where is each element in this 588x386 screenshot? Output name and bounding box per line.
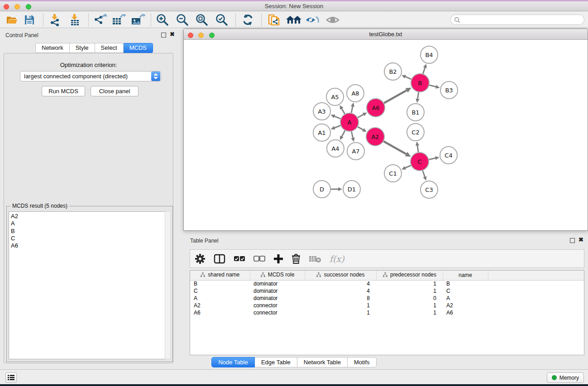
table-cell[interactable]: 4	[305, 280, 376, 287]
task-history-button[interactable]	[5, 372, 17, 383]
home-button[interactable]	[285, 13, 302, 27]
table-settings-button[interactable]	[195, 253, 206, 264]
column-header-shared-name[interactable]: shared name	[190, 271, 250, 280]
create-column-button[interactable]	[273, 254, 283, 264]
table-cell[interactable]: 1	[376, 302, 443, 309]
function-builder-button[interactable]: f(x)	[330, 254, 344, 264]
table-cell[interactable]: dominator	[250, 287, 305, 295]
control-panel-tab-select[interactable]: Select	[95, 43, 124, 53]
table-cell[interactable]: dominator	[250, 280, 305, 287]
graph-edge-A-A4[interactable]	[342, 131, 345, 137]
memory-button[interactable]: Memory	[547, 372, 584, 383]
search-input[interactable]	[460, 16, 584, 24]
graph-edge-A-A5[interactable]	[342, 109, 345, 114]
export-network-button[interactable]	[93, 13, 107, 27]
mcds-result-item[interactable]: A6	[11, 242, 165, 249]
delete-column-button[interactable]	[292, 253, 301, 264]
mcds-result-item[interactable]: B	[11, 228, 165, 235]
table-cell[interactable]: 1	[305, 302, 376, 309]
network-window-titlebar[interactable]: testGlobe.txt	[184, 29, 588, 40]
select-all-columns-button[interactable]	[234, 256, 245, 262]
table-cell[interactable]: A	[190, 295, 250, 302]
graph-edge-B-B1[interactable]	[418, 92, 419, 99]
zoom-out-button[interactable]	[176, 13, 189, 27]
table-row[interactable]: A6connector11A6	[190, 309, 584, 316]
table-row[interactable]: Adominator80A	[190, 295, 584, 302]
zoom-in-button[interactable]	[156, 13, 169, 27]
import-table-button[interactable]	[68, 13, 81, 27]
table-cell[interactable]: 1	[376, 309, 443, 316]
network-zoom-button[interactable]	[209, 33, 215, 38]
table-row[interactable]: Bdominator41B	[190, 280, 584, 287]
table-cell[interactable]: 8	[305, 295, 376, 302]
graph-edge-C-C1[interactable]	[405, 165, 411, 167]
graph-edge-A-A2[interactable]	[358, 127, 363, 130]
table-cell[interactable]: 1	[376, 287, 443, 295]
table-row[interactable]: A2connector11A2	[190, 302, 584, 309]
table-cell[interactable]: 4	[305, 287, 376, 295]
graph-edge-A-A7[interactable]	[351, 132, 353, 138]
graph-edge-C-C2[interactable]	[417, 146, 418, 152]
table-cell[interactable]: A2	[190, 302, 250, 309]
zoom-selected-button[interactable]	[215, 13, 229, 27]
network-document-button[interactable]	[267, 13, 282, 27]
import-network-button[interactable]	[48, 13, 62, 27]
split-table-view-button[interactable]	[214, 254, 225, 264]
mcds-result-list[interactable]: A2ABCA6	[9, 211, 166, 359]
control-panel-close-button[interactable]: ✖	[170, 31, 175, 38]
table-cell[interactable]: B	[443, 280, 488, 287]
open-session-button[interactable]	[5, 13, 18, 27]
delete-table-button[interactable]	[309, 255, 321, 263]
table-panel-close-button[interactable]: ✖	[578, 236, 583, 243]
tab-network-table[interactable]: Network Table	[297, 357, 348, 367]
mcds-result-item[interactable]: C	[11, 235, 165, 242]
search-field[interactable]	[450, 14, 584, 25]
table-cell[interactable]: A2	[443, 302, 488, 309]
table-cell[interactable]: C	[190, 287, 250, 295]
run-mcds-button[interactable]: Run MCDS	[42, 86, 85, 96]
tab-node-table[interactable]: Node Table	[211, 357, 255, 367]
control-panel-tab-network[interactable]: Network	[35, 43, 70, 53]
table-cell[interactable]: A	[443, 295, 488, 302]
criterion-select[interactable]: largest connected component (directed)	[20, 71, 161, 81]
export-table-button[interactable]	[111, 13, 127, 27]
export-image-button[interactable]	[130, 13, 146, 27]
refresh-button[interactable]	[241, 13, 255, 27]
table-cell[interactable]: 0	[376, 295, 443, 302]
table-cell[interactable]: connector	[250, 302, 305, 309]
table-cell[interactable]: dominator	[250, 295, 305, 302]
column-header-predecessor-nodes[interactable]: predecessor nodes	[376, 271, 443, 280]
column-header-successor-nodes[interactable]: successor nodes	[305, 271, 376, 280]
graph-edge-C-C3[interactable]	[423, 171, 425, 177]
table-panel-float-button[interactable]	[570, 238, 575, 243]
network-minimize-button[interactable]	[198, 33, 204, 38]
table-cell[interactable]: C	[443, 287, 488, 295]
graph-edge-A2-C[interactable]	[383, 141, 406, 154]
graph-edge-A6-B[interactable]	[384, 91, 406, 103]
graph-edge-B-B3[interactable]	[429, 85, 436, 87]
table-cell[interactable]: A6	[190, 309, 250, 316]
tab-motifs[interactable]: Motifs	[348, 357, 377, 367]
mcds-result-item[interactable]: A2	[11, 213, 165, 220]
table-cell[interactable]: connector	[250, 309, 305, 316]
zoom-fit-button[interactable]	[195, 13, 209, 27]
close-window-button[interactable]	[4, 4, 9, 10]
save-session-button[interactable]	[24, 13, 35, 27]
minimize-window-button[interactable]	[14, 4, 20, 10]
table-cell[interactable]: B	[190, 280, 250, 287]
table-cell[interactable]: 1	[305, 309, 376, 316]
mcds-result-scrollbar[interactable]	[165, 211, 171, 359]
control-panel-float-button[interactable]	[161, 33, 166, 38]
graph-edge-A-A1[interactable]	[335, 125, 340, 128]
column-header-name[interactable]: name	[443, 271, 488, 280]
graph-edge-C-C4[interactable]	[429, 158, 435, 159]
graph-edge-B-B2[interactable]	[406, 77, 411, 79]
graph-edge-A-A6[interactable]	[358, 114, 363, 118]
show-panels-button[interactable]	[325, 13, 340, 27]
close-panel-button[interactable]: Close panel	[91, 86, 139, 96]
hide-panels-button[interactable]	[305, 13, 320, 27]
table-row[interactable]: Cdominator41C	[190, 287, 584, 295]
unselect-all-columns-button[interactable]	[253, 256, 265, 262]
table-cell[interactable]: A6	[443, 309, 488, 316]
graph-edge-A-A8[interactable]	[351, 106, 353, 113]
